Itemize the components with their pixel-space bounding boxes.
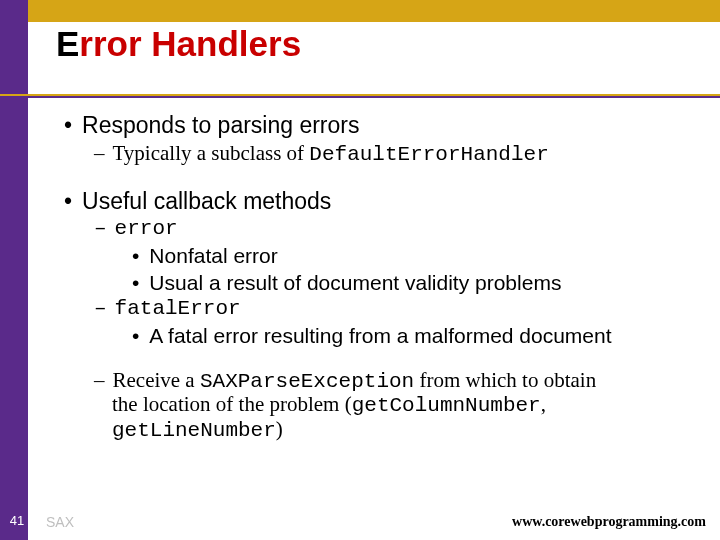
code-sax-parse-exception: SAXParseException — [200, 370, 414, 393]
sub-text: Usual a result of document validity prob… — [149, 271, 561, 294]
sub-typically: Typically a subclass of DefaultErrorHand… — [94, 141, 700, 168]
bullet-text: Responds to parsing errors — [82, 112, 359, 138]
content-area: Responds to parsing errors Typically a s… — [64, 112, 700, 443]
code-get-line-number: getLineNumber — [112, 419, 276, 442]
txt: ) — [276, 417, 283, 441]
slide-number: 41 — [6, 513, 28, 528]
bullet-useful: Useful callback methods — [64, 188, 700, 215]
footer-label: SAX — [46, 514, 74, 530]
left-accent-bar — [0, 0, 28, 540]
sub-text: A fatal error resulting from a malformed… — [149, 324, 611, 347]
footer: 41 SAX www.corewebprogramming.com — [28, 508, 706, 530]
txt: Receive a — [113, 368, 200, 392]
sub-nonfatal: Nonfatal error — [132, 244, 700, 269]
sub-fatal-error: fatalError — [94, 297, 700, 322]
code-fatal-error: fatalError — [115, 297, 241, 320]
sub-malformed: A fatal error resulting from a malformed… — [132, 324, 700, 349]
code-get-column-number: getColumnNumber — [352, 394, 541, 417]
title-initial: E — [56, 24, 79, 63]
title-divider — [0, 94, 720, 98]
sub-error: error — [94, 217, 700, 242]
slide: Error Handlers Responds to parsing error… — [0, 0, 720, 540]
title-rest: rror Handlers — [79, 24, 301, 63]
txt: the location of the problem ( — [112, 392, 352, 416]
top-accent-bar — [28, 0, 720, 22]
code-default-error-handler: DefaultErrorHandler — [309, 143, 548, 166]
txt: from which to obtain — [414, 368, 596, 392]
footer-url: www.corewebprogramming.com — [512, 514, 706, 530]
slide-title: Error Handlers — [56, 24, 301, 64]
sub-validity: Usual a result of document validity prob… — [132, 271, 700, 296]
sub-text: Typically a subclass of — [113, 141, 310, 165]
bullet-responds: Responds to parsing errors — [64, 112, 700, 139]
sub-receive: Receive a SAXParseException from which t… — [94, 369, 700, 443]
txt: , — [541, 392, 546, 416]
sub-text: Nonfatal error — [149, 244, 277, 267]
code-error: error — [115, 217, 178, 240]
bullet-text: Useful callback methods — [82, 188, 331, 214]
